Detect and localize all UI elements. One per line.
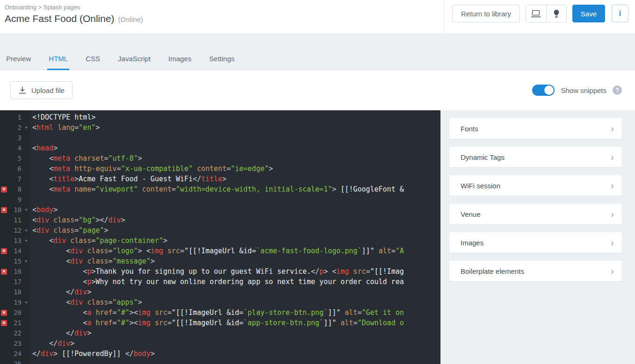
code-lines: 1<!DOCTYPE html>2▾<html lang="en">34<hea… bbox=[0, 112, 440, 364]
fold-arrow-icon[interactable]: ▾ bbox=[22, 205, 30, 215]
show-snippets-toggle[interactable] bbox=[532, 85, 555, 96]
line-number: 12 bbox=[8, 225, 22, 236]
line-number: 9 bbox=[8, 194, 22, 205]
tab-html[interactable]: HTML bbox=[47, 55, 69, 70]
line-gutter: ✕8 bbox=[0, 184, 30, 194]
line-gutter: ✕14 bbox=[0, 246, 30, 256]
line-number: 3 bbox=[8, 133, 22, 143]
laptop-icon bbox=[531, 10, 541, 18]
code-text: <meta http-equiv="x-ua-compatible" conte… bbox=[30, 164, 273, 174]
line-gutter: 6 bbox=[0, 164, 30, 174]
line-number: 11 bbox=[8, 215, 22, 225]
line-gutter: ✕10▾ bbox=[0, 205, 30, 215]
gutter-spacer bbox=[0, 112, 8, 122]
chevron-right-icon: › bbox=[611, 238, 614, 247]
help-icon[interactable]: ? bbox=[613, 86, 622, 95]
device-preview-button[interactable] bbox=[526, 5, 546, 22]
gutter-spacer bbox=[0, 338, 8, 349]
snippet-panel-boilerplate-elements[interactable]: Boilerplate elements› bbox=[449, 261, 622, 281]
content: 1<!DOCTYPE html>2▾<html lang="en">34<hea… bbox=[0, 110, 635, 364]
code-line: 4<head> bbox=[0, 143, 440, 153]
tab-images[interactable]: Images bbox=[167, 55, 193, 70]
code-text: </div> bbox=[30, 338, 74, 349]
gutter-spacer bbox=[0, 133, 8, 143]
tab-css[interactable]: CSS bbox=[84, 55, 101, 70]
line-number: 24 bbox=[8, 349, 22, 359]
code-text: <meta name="viewport" content="width=dev… bbox=[30, 184, 404, 194]
tab-settings[interactable]: Settings bbox=[208, 55, 236, 70]
code-text: <body> bbox=[30, 205, 58, 215]
code-text: <div class="page-container"> bbox=[30, 236, 167, 246]
gutter-spacer bbox=[0, 277, 8, 287]
line-gutter: 18 bbox=[0, 287, 30, 297]
save-button[interactable]: Save bbox=[572, 5, 605, 22]
app: Onboarding > Splash pages Acme Fast Food… bbox=[0, 0, 635, 364]
gutter-spacer bbox=[0, 297, 8, 307]
snippet-panel-venue[interactable]: Venue› bbox=[449, 204, 622, 224]
snippet-panel-images[interactable]: Images› bbox=[449, 232, 622, 253]
line-number: 14 bbox=[8, 246, 22, 256]
code-text bbox=[30, 359, 32, 364]
snippet-panel-fonts[interactable]: Fonts› bbox=[449, 118, 622, 139]
editor-toolbar: Upload file Show snippets ? bbox=[0, 70, 635, 110]
fold-arrow-icon[interactable]: ▾ bbox=[22, 122, 30, 133]
breadcrumb[interactable]: Onboarding > Splash pages bbox=[5, 4, 143, 11]
code-text bbox=[30, 133, 32, 143]
line-number: 18 bbox=[8, 287, 22, 297]
chevron-right-icon: › bbox=[611, 124, 614, 133]
gutter-spacer bbox=[0, 349, 8, 359]
gutter-spacer bbox=[0, 122, 8, 133]
line-number: 4 bbox=[8, 143, 22, 153]
code-line: ✕20 <a href="#"><img src="[[!ImageUrl &i… bbox=[0, 307, 440, 318]
info-button[interactable]: i bbox=[612, 5, 628, 22]
snippet-panel-label: Fonts bbox=[461, 125, 478, 133]
line-gutter: 24 bbox=[0, 349, 30, 359]
line-number: 6 bbox=[8, 164, 22, 174]
line-number: 16 bbox=[8, 266, 22, 277]
code-text: <a href="#"><img src="[[!ImageUrl &id=`a… bbox=[30, 318, 404, 328]
tab-preview[interactable]: Preview bbox=[5, 55, 32, 70]
code-line: 25 bbox=[0, 359, 440, 364]
code-line: ✕16 <p>Thank you for signing up to our g… bbox=[0, 266, 440, 277]
upload-file-label: Upload file bbox=[31, 86, 65, 94]
code-line: ✕14 <div class="logo"> <img src="[[!Imag… bbox=[0, 246, 440, 256]
error-icon: ✕ bbox=[0, 266, 8, 277]
gutter-spacer bbox=[0, 194, 8, 205]
show-snippets-label: Show snippets bbox=[561, 86, 606, 94]
line-gutter: 11 bbox=[0, 215, 30, 225]
code-editor[interactable]: 1<!DOCTYPE html>2▾<html lang="en">34<hea… bbox=[0, 110, 440, 364]
gutter-spacer bbox=[0, 164, 8, 174]
fold-arrow-icon[interactable]: ▾ bbox=[22, 225, 30, 236]
chevron-right-icon: › bbox=[611, 152, 614, 162]
fold-arrow-icon[interactable]: ▾ bbox=[22, 256, 30, 266]
gutter-spacer bbox=[0, 359, 8, 364]
tips-button[interactable] bbox=[546, 5, 566, 22]
line-number: 22 bbox=[8, 328, 22, 338]
snippet-panel-label: Venue bbox=[461, 210, 481, 218]
error-icon: ✕ bbox=[0, 318, 8, 328]
snippet-panel-label: Images bbox=[461, 239, 483, 247]
line-number: 10 bbox=[8, 205, 22, 215]
line-gutter: 2▾ bbox=[0, 122, 30, 133]
error-icon: ✕ bbox=[0, 205, 8, 215]
line-gutter: 25 bbox=[0, 359, 30, 364]
fold-arrow-icon[interactable]: ▾ bbox=[22, 236, 30, 246]
return-to-library-button[interactable]: Return to library bbox=[452, 5, 520, 22]
line-number: 19 bbox=[8, 297, 22, 307]
code-text: </div> bbox=[30, 287, 91, 297]
upload-file-button[interactable]: Upload file bbox=[10, 81, 72, 99]
chevron-right-icon: › bbox=[611, 266, 614, 276]
fold-arrow-icon[interactable]: ▾ bbox=[22, 297, 30, 307]
snippet-panel-dynamic-tags[interactable]: Dynamic Tags› bbox=[449, 147, 622, 167]
tab-javascript[interactable]: JavaScript bbox=[116, 55, 152, 70]
code-text: <meta charset="utf-8"> bbox=[30, 153, 142, 164]
line-number: 5 bbox=[8, 153, 22, 164]
line-number: 7 bbox=[8, 174, 22, 184]
line-gutter: 1 bbox=[0, 112, 30, 122]
code-text: <div class="bg"></div> bbox=[30, 215, 125, 225]
line-number: 25 bbox=[8, 359, 22, 364]
line-gutter: 22 bbox=[0, 328, 30, 338]
gutter-spacer bbox=[0, 256, 8, 266]
code-line: 13▾ <div class="page-container"> bbox=[0, 236, 440, 246]
snippet-panel-wifi-session[interactable]: WiFi session› bbox=[449, 175, 622, 196]
